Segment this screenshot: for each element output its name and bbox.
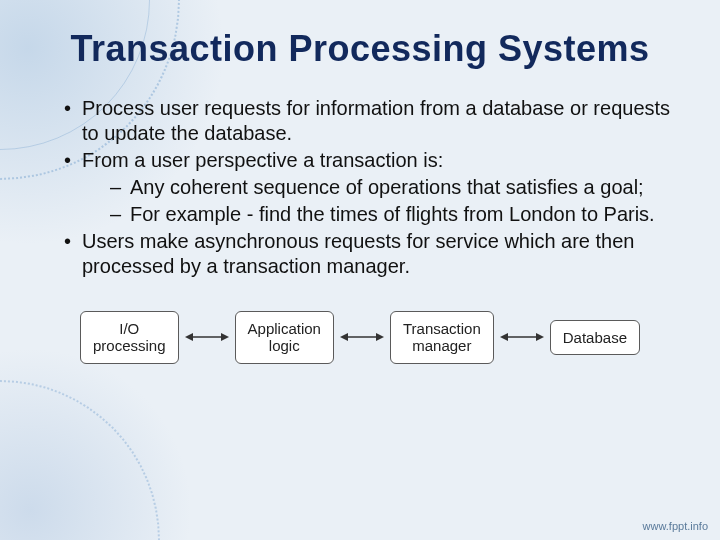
svg-marker-7 <box>500 333 508 341</box>
double-arrow-icon <box>500 330 544 344</box>
bullet-list: Process user requests for information fr… <box>48 96 672 279</box>
bullet-item: Users make asynchronous requests for ser… <box>64 229 672 279</box>
diagram-box-io: I/O processing <box>80 311 179 364</box>
box-label-line: Transaction <box>403 320 481 337</box>
sub-bullet-text: Any coherent sequence of operations that… <box>130 176 644 198</box>
box-label-line: processing <box>93 337 166 354</box>
diagram-box-txn-manager: Transaction manager <box>390 311 494 364</box>
sub-bullet-item: Any coherent sequence of operations that… <box>110 175 672 200</box>
sub-bullet-list: Any coherent sequence of operations that… <box>82 175 672 227</box>
svg-marker-1 <box>185 333 193 341</box>
bullet-text: Users make asynchronous requests for ser… <box>82 230 634 277</box>
box-label-line: I/O <box>93 320 166 337</box>
svg-marker-8 <box>536 333 544 341</box>
double-arrow-icon <box>340 330 384 344</box>
diagram-box-app-logic: Application logic <box>235 311 334 364</box>
box-label-line: logic <box>248 337 321 354</box>
bullet-item: Process user requests for information fr… <box>64 96 672 146</box>
flow-diagram: I/O processing Application logic Transac… <box>48 311 672 364</box>
svg-marker-5 <box>376 333 384 341</box>
box-label-line: Application <box>248 320 321 337</box>
svg-marker-4 <box>340 333 348 341</box>
sub-bullet-text: For example - find the times of flights … <box>130 203 655 225</box>
diagram-box-database: Database <box>550 320 640 355</box>
sub-bullet-item: For example - find the times of flights … <box>110 202 672 227</box>
bullet-text: Process user requests for information fr… <box>82 97 670 144</box>
bullet-text: From a user perspective a transaction is… <box>82 149 443 171</box>
slide-content: Process user requests for information fr… <box>48 96 672 279</box>
bullet-item: From a user perspective a transaction is… <box>64 148 672 227</box>
slide-title: Transaction Processing Systems <box>48 28 672 70</box>
box-label-line: manager <box>403 337 481 354</box>
double-arrow-icon <box>185 330 229 344</box>
slide: Transaction Processing Systems Process u… <box>0 0 720 540</box>
box-label-line: Database <box>563 329 627 346</box>
svg-marker-2 <box>221 333 229 341</box>
footer-source: www.fppt.info <box>643 520 708 532</box>
